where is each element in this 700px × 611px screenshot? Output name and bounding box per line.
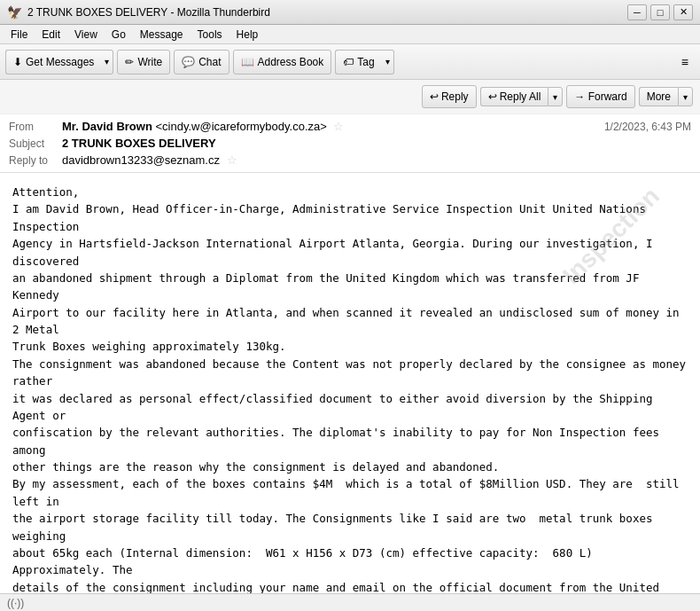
write-button[interactable]: ✏ Write (117, 50, 170, 74)
minimize-button[interactable]: ─ (627, 4, 647, 20)
email-body-text: Attention, I am David Brown, Head Office… (12, 184, 688, 601)
email-date: 1/2/2023, 6:43 PM (604, 121, 691, 133)
maximize-button[interactable]: □ (650, 4, 670, 20)
from-email: <cindy.w@icareformybody.co.za> (155, 120, 326, 133)
window-controls: ─ □ ✕ (627, 4, 693, 20)
close-button[interactable]: ✕ (673, 4, 693, 20)
more-dropdown[interactable]: ▾ (678, 87, 693, 106)
email-action-bar: ↩ Reply ↩ Reply All ▾ → Forward More ▾ (0, 80, 700, 114)
menu-edit[interactable]: Edit (36, 27, 66, 43)
address-book-label: Address Book (258, 56, 324, 68)
chat-label: Chat (198, 56, 221, 68)
hamburger-icon: ≡ (681, 55, 688, 69)
from-value: Mr. David Brown <cindy.w@icareformybody.… (62, 120, 604, 133)
from-name: Mr. David Brown (62, 120, 152, 133)
reply-to-row: Reply to davidbrown13233@seznam.cz ☆ (9, 152, 691, 168)
reply-to-label: Reply to (9, 154, 62, 167)
chat-button[interactable]: 💬 Chat (174, 50, 229, 74)
address-book-button[interactable]: 📖 Address Book (233, 50, 332, 74)
tag-group: 🏷 Tag ▾ (335, 50, 393, 74)
tag-button[interactable]: 🏷 Tag (335, 50, 381, 74)
subject-row: Subject 2 TRUNK BOXES DELIVERY (9, 135, 691, 152)
status-bar: ((·)) (0, 593, 700, 611)
toolbar: ⬇ Get Messages ▾ ✏ Write 💬 Chat 📖 Addres… (0, 44, 700, 80)
reply-button[interactable]: ↩ Reply (422, 85, 477, 108)
menu-tools[interactable]: Tools (192, 27, 228, 43)
window-title: 2 TRUNK BOXES DELIVERY - Mozilla Thunder… (27, 6, 270, 19)
address-book-icon: 📖 (241, 56, 254, 68)
action-right: ↩ Reply ↩ Reply All ▾ → Forward More ▾ (422, 85, 693, 108)
get-messages-group: ⬇ Get Messages ▾ (5, 50, 113, 74)
from-star-icon[interactable]: ☆ (333, 120, 344, 133)
forward-label: → Forward (574, 90, 626, 103)
menu-bar: File Edit View Go Message Tools Help (0, 25, 700, 44)
from-label: From (9, 121, 62, 133)
tag-dropdown[interactable]: ▾ (382, 50, 394, 74)
reply-to-star-icon[interactable]: ☆ (227, 153, 237, 167)
more-button[interactable]: More (639, 87, 678, 106)
get-messages-icon: ⬇ (13, 56, 22, 68)
menu-view[interactable]: View (69, 27, 103, 43)
more-label: More (647, 90, 671, 103)
reply-to-value: davidbrown13233@seznam.cz ☆ (62, 153, 691, 167)
write-label: Write (137, 56, 162, 68)
menu-help[interactable]: Help (231, 27, 264, 43)
reply-all-split: ↩ Reply All ▾ (480, 87, 564, 106)
menu-file[interactable]: File (5, 27, 33, 43)
tag-label: Tag (357, 56, 374, 68)
more-split: More ▾ (639, 87, 693, 106)
wifi-icon: ((·)) (7, 597, 24, 609)
get-messages-button[interactable]: ⬇ Get Messages (5, 50, 101, 74)
subject-label: Subject (9, 137, 62, 150)
menu-go[interactable]: Go (106, 27, 131, 43)
chat-icon: 💬 (182, 56, 195, 68)
app-icon: 🦅 (7, 5, 22, 20)
email-meta: From Mr. David Brown <cindy.w@icareformy… (0, 114, 700, 172)
reply-all-dropdown[interactable]: ▾ (548, 87, 563, 106)
email-body: Inspection Attention, I am David Brown, … (0, 173, 700, 601)
menu-message[interactable]: Message (135, 27, 189, 43)
write-icon: ✏ (125, 56, 134, 68)
hamburger-menu-button[interactable]: ≡ (675, 50, 695, 74)
reply-icon: ↩ (430, 90, 439, 103)
get-messages-dropdown[interactable]: ▾ (101, 50, 113, 74)
subject-value: 2 TRUNK BOXES DELIVERY (62, 137, 691, 150)
reply-all-icon: ↩ (488, 90, 497, 103)
from-row: From Mr. David Brown <cindy.w@icareformy… (9, 118, 691, 135)
reply-all-button[interactable]: ↩ Reply All (480, 87, 548, 106)
reply-label: Reply (441, 90, 469, 103)
reply-to-address: davidbrown13233@seznam.cz (62, 153, 220, 167)
get-messages-label: Get Messages (26, 56, 94, 68)
tag-icon: 🏷 (343, 56, 354, 68)
email-header: ↩ Reply ↩ Reply All ▾ → Forward More ▾ (0, 80, 700, 173)
title-bar: 🦅 2 TRUNK BOXES DELIVERY - Mozilla Thund… (0, 0, 700, 25)
forward-button[interactable]: → Forward (566, 85, 634, 108)
reply-all-label: Reply All (500, 90, 541, 103)
